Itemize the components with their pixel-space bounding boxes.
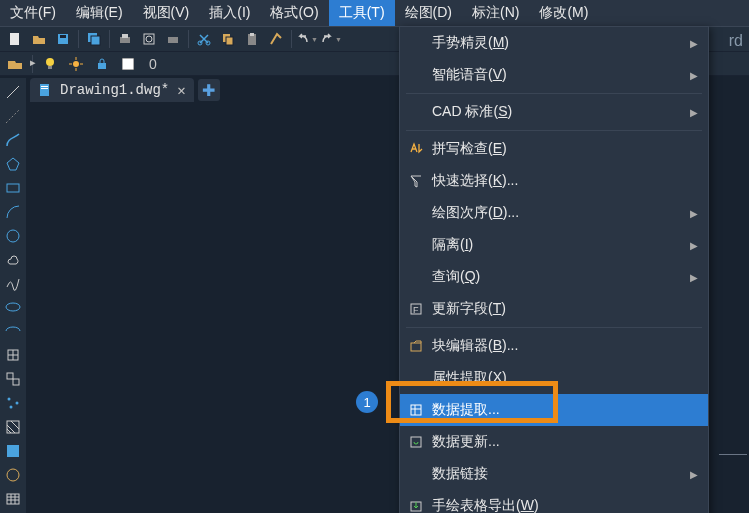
- layer-manager-button[interactable]: [4, 53, 26, 75]
- svg-line-29: [6, 109, 20, 123]
- save-button[interactable]: [52, 28, 74, 50]
- region-tool[interactable]: [2, 465, 24, 485]
- svg-rect-15: [250, 33, 254, 36]
- ellipse-arc-tool[interactable]: [2, 321, 24, 341]
- menu-file[interactable]: 文件(F): [0, 0, 66, 26]
- svg-rect-25: [40, 84, 49, 96]
- copy-button[interactable]: [217, 28, 239, 50]
- svg-rect-38: [13, 379, 19, 385]
- menu-tools[interactable]: 工具(T): [329, 0, 395, 26]
- menu-item-label: 快速选择(K)...: [432, 172, 518, 190]
- hatch-tool[interactable]: [2, 417, 24, 437]
- document-tab[interactable]: Drawing1.dwg* ✕: [30, 78, 194, 102]
- decoration-line: [719, 454, 747, 455]
- construction-line-tool[interactable]: [2, 106, 24, 126]
- new-tab-button[interactable]: ✚: [198, 79, 220, 101]
- chevron-down-icon: ▼: [311, 36, 318, 43]
- open-button[interactable]: [28, 28, 50, 50]
- tab-close-button[interactable]: ✕: [177, 82, 185, 99]
- svg-point-16: [46, 58, 54, 66]
- undo-button[interactable]: ▼: [296, 28, 318, 50]
- draw-palette: [0, 78, 26, 513]
- arc-tool[interactable]: [2, 202, 24, 222]
- lock-icon[interactable]: [91, 53, 113, 75]
- gradient-tool[interactable]: [2, 441, 24, 461]
- saveall-button[interactable]: [83, 28, 105, 50]
- svg-rect-27: [41, 88, 48, 89]
- menu-item-8[interactable]: 隔离(I)▶: [400, 229, 708, 261]
- menu-item-17[interactable]: 手绘表格导出(W): [400, 490, 708, 513]
- menu-insert[interactable]: 插入(I): [199, 0, 260, 26]
- menu-separator: [406, 327, 702, 328]
- svg-point-33: [6, 303, 20, 311]
- svg-point-32: [7, 230, 19, 242]
- circle-tool[interactable]: [2, 226, 24, 246]
- plot-button[interactable]: [162, 28, 184, 50]
- menu-item-label: 隔离(I): [432, 236, 473, 254]
- revcloud-tool[interactable]: [2, 250, 24, 270]
- svg-line-45: [11, 421, 19, 429]
- menu-item-10[interactable]: F更新字段(T): [400, 293, 708, 325]
- menu-item-9[interactable]: 查询(Q)▶: [400, 261, 708, 293]
- layer-name-field[interactable]: 0: [143, 56, 163, 72]
- svg-line-44: [7, 429, 11, 433]
- menu-item-label: 数据提取...: [432, 401, 500, 419]
- menu-item-label: 拼写检查(E): [432, 140, 507, 158]
- svg-rect-59: [411, 437, 421, 447]
- submenu-arrow-icon: ▶: [690, 469, 698, 480]
- make-block-tool[interactable]: [2, 369, 24, 389]
- dwg-file-icon: [38, 83, 52, 97]
- data-icon: [406, 403, 426, 417]
- menu-item-1[interactable]: 智能语音(V)▶: [400, 59, 708, 91]
- menu-item-5[interactable]: 拼写检查(E): [400, 133, 708, 165]
- menu-edit[interactable]: 编辑(E): [66, 0, 133, 26]
- rectangle-tool[interactable]: [2, 178, 24, 198]
- menu-item-15[interactable]: 数据更新...: [400, 426, 708, 458]
- menu-item-label: 手势精灵(M): [432, 34, 509, 52]
- sun-icon[interactable]: [65, 53, 87, 75]
- cut-button[interactable]: [193, 28, 215, 50]
- svg-point-41: [10, 406, 13, 409]
- menu-item-14[interactable]: 数据提取...: [400, 394, 708, 426]
- menu-item-7[interactable]: 绘图次序(D)...▶: [400, 197, 708, 229]
- menu-format[interactable]: 格式(O): [260, 0, 328, 26]
- menu-modify[interactable]: 修改(M): [529, 0, 598, 26]
- polygon-tool[interactable]: [2, 154, 24, 174]
- new-button[interactable]: [4, 28, 26, 50]
- svg-rect-17: [48, 66, 52, 69]
- spell-icon: [406, 142, 426, 156]
- table-tool[interactable]: [2, 489, 24, 509]
- svg-rect-55: [411, 343, 421, 351]
- menu-view[interactable]: 视图(V): [133, 0, 200, 26]
- spline-tool[interactable]: [2, 274, 24, 294]
- preview-button[interactable]: [138, 28, 160, 50]
- menu-separator: [406, 93, 702, 94]
- tab-expand-icon[interactable]: ▸: [30, 56, 36, 69]
- paste-button[interactable]: [241, 28, 263, 50]
- menu-item-6[interactable]: 快速选择(K)...: [400, 165, 708, 197]
- point-tool[interactable]: [2, 393, 24, 413]
- menu-item-12[interactable]: 块编辑器(B)...: [400, 330, 708, 362]
- ellipse-tool[interactable]: [2, 297, 24, 317]
- layer-color-swatch[interactable]: [117, 53, 139, 75]
- tools-dropdown-menu: 手势精灵(M)▶智能语音(V)▶CAD 标准(S)▶拼写检查(E)快速选择(K)…: [399, 26, 709, 513]
- menu-draw[interactable]: 绘图(D): [395, 0, 462, 26]
- menu-item-label: 数据链接: [432, 465, 488, 483]
- lightbulb-icon[interactable]: [39, 53, 61, 75]
- match-button[interactable]: [265, 28, 287, 50]
- menu-item-13[interactable]: 属性提取(X): [400, 362, 708, 394]
- polyline-tool[interactable]: [2, 130, 24, 150]
- submenu-arrow-icon: ▶: [690, 240, 698, 251]
- menu-item-16[interactable]: 数据链接▶: [400, 458, 708, 490]
- line-tool[interactable]: [2, 82, 24, 102]
- svg-rect-0: [10, 33, 19, 45]
- print-button[interactable]: [114, 28, 136, 50]
- svg-rect-13: [226, 37, 233, 45]
- menu-item-3[interactable]: CAD 标准(S)▶: [400, 96, 708, 128]
- svg-text:F: F: [413, 305, 419, 315]
- insert-block-tool[interactable]: [2, 345, 24, 365]
- redo-button[interactable]: ▼: [320, 28, 342, 50]
- menu-dim[interactable]: 标注(N): [462, 0, 529, 26]
- menu-item-0[interactable]: 手势精灵(M)▶: [400, 27, 708, 59]
- menu-item-label: 块编辑器(B)...: [432, 337, 518, 355]
